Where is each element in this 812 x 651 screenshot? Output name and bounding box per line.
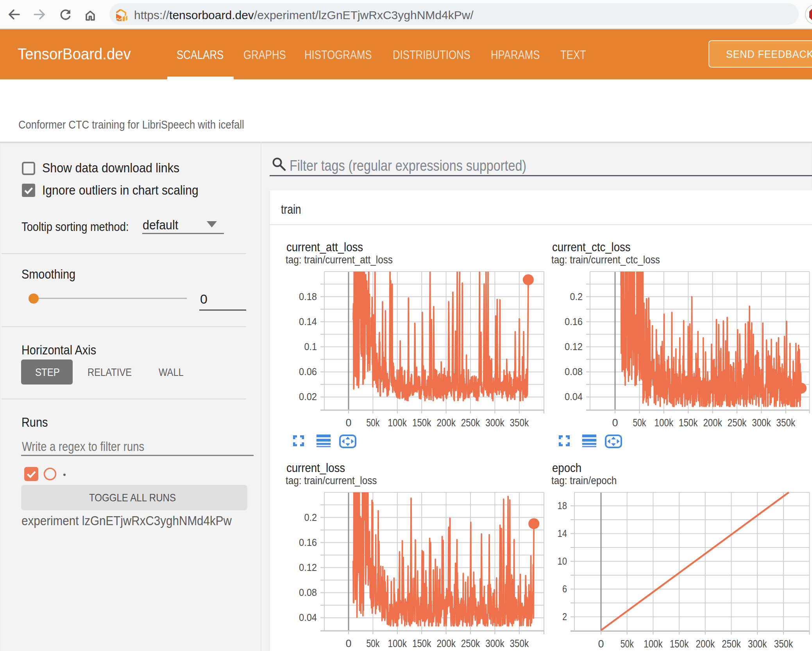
svg-text:0.16: 0.16 xyxy=(299,537,317,548)
svg-text:250k: 250k xyxy=(461,638,480,649)
svg-text:14: 14 xyxy=(557,528,567,539)
svg-text:100k: 100k xyxy=(654,417,673,429)
svg-text:0.12: 0.12 xyxy=(565,341,583,352)
svg-text:0.18: 0.18 xyxy=(299,291,317,302)
svg-text:300k: 300k xyxy=(485,638,504,649)
svg-text:100k: 100k xyxy=(644,638,663,650)
svg-text:0: 0 xyxy=(612,417,618,429)
svg-text:300k: 300k xyxy=(748,638,767,650)
svg-text:200k: 200k xyxy=(703,417,722,429)
svg-text:350k: 350k xyxy=(510,417,529,429)
svg-text:6: 6 xyxy=(562,583,567,594)
svg-text:0: 0 xyxy=(345,638,351,649)
svg-text:250k: 250k xyxy=(727,417,746,429)
svg-text:18: 18 xyxy=(557,500,567,511)
svg-text:350k: 350k xyxy=(774,638,793,650)
svg-text:250k: 250k xyxy=(722,638,741,650)
svg-text:350k: 350k xyxy=(510,638,529,649)
svg-text:0: 0 xyxy=(598,638,604,650)
svg-text:50k: 50k xyxy=(366,638,379,649)
svg-text:0.04: 0.04 xyxy=(299,612,317,623)
svg-text:0.08: 0.08 xyxy=(565,366,583,377)
svg-text:0.02: 0.02 xyxy=(299,391,317,402)
svg-text:200k: 200k xyxy=(696,638,715,650)
svg-text:200k: 200k xyxy=(436,417,456,429)
svg-text:250k: 250k xyxy=(461,417,480,429)
svg-text:50k: 50k xyxy=(620,638,633,650)
svg-text:150k: 150k xyxy=(669,638,689,650)
svg-text:0.14: 0.14 xyxy=(299,316,317,327)
svg-text:0.12: 0.12 xyxy=(299,562,317,573)
svg-text:0.08: 0.08 xyxy=(299,587,317,598)
svg-text:0.2: 0.2 xyxy=(304,512,317,523)
svg-text:100k: 100k xyxy=(388,638,407,649)
svg-text:10: 10 xyxy=(557,556,567,567)
svg-text:50k: 50k xyxy=(633,417,646,429)
svg-text:2: 2 xyxy=(562,611,567,622)
svg-text:0.1: 0.1 xyxy=(304,341,317,352)
svg-text:100k: 100k xyxy=(388,417,407,429)
svg-text:0.04: 0.04 xyxy=(565,391,583,402)
svg-text:200k: 200k xyxy=(436,638,456,649)
svg-text:350k: 350k xyxy=(776,417,795,429)
svg-text:0.06: 0.06 xyxy=(299,366,317,377)
svg-text:150k: 150k xyxy=(679,417,698,429)
svg-text:150k: 150k xyxy=(412,638,431,649)
svg-text:300k: 300k xyxy=(485,417,504,429)
svg-text:150k: 150k xyxy=(412,417,431,429)
svg-text:0.2: 0.2 xyxy=(570,291,583,302)
svg-text:300k: 300k xyxy=(752,417,771,429)
svg-text:0: 0 xyxy=(345,417,351,429)
svg-text:0.16: 0.16 xyxy=(565,316,583,327)
svg-text:50k: 50k xyxy=(366,417,379,429)
